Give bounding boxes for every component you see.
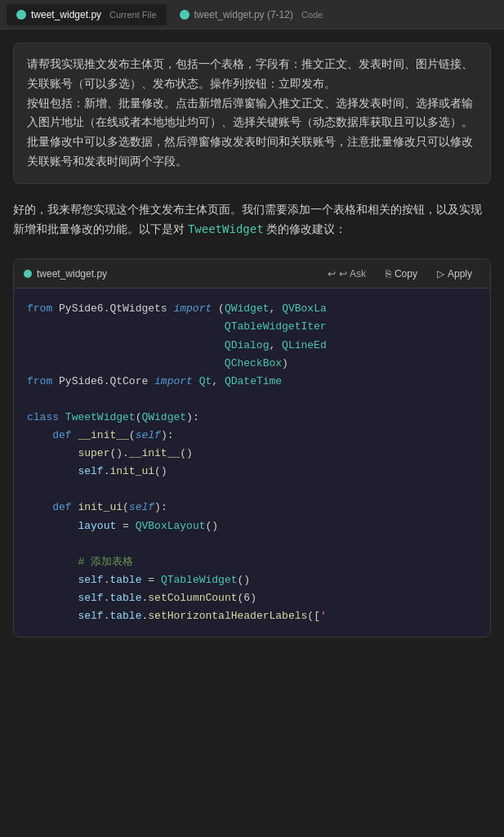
tab-badge-1: Current File <box>109 10 156 20</box>
chat-area: 请帮我实现推文发布主体页，包括一个表格，字段有：推文正文、发表时间、图片链接、关… <box>0 29 504 654</box>
code-filename: tweet_widget.py <box>37 268 107 280</box>
apply-label: Apply <box>448 268 472 280</box>
code-line-1: from PySide6.QtWidgets import (QWidget, … <box>27 300 477 318</box>
code-block-actions: ↩ ↩ Ask ⎘ Copy ▷ Apply <box>319 265 480 283</box>
code-line-15: # 添加表格 <box>27 553 477 571</box>
user-message: 请帮我实现推文发布主体页，包括一个表格，字段有：推文正文、发表时间、图片链接、关… <box>13 43 491 184</box>
assistant-message: 好的，我来帮您实现这个推文发布主体页面。我们需要添加一个表格和相关的按钮，以及实… <box>13 197 491 249</box>
code-line-17: self.table.setColumnCount(6) <box>27 589 477 607</box>
ask-icon: ↩ <box>328 268 336 280</box>
apply-icon: ▷ <box>437 268 444 280</box>
code-block-header: tweet_widget.py ↩ ↩ Ask ⎘ Copy ▷ Apply <box>14 259 490 289</box>
tab-file-icon-1 <box>16 10 26 20</box>
code-line-7: class TweetWidget(QWidget): <box>27 409 477 427</box>
code-line-13: layout = QVBoxLayout() <box>27 517 477 535</box>
code-line-4: QCheckBox) <box>27 355 477 373</box>
code-line-3: QDialog, QLineEd <box>27 337 477 355</box>
code-line-16: self.table = QTableWidget() <box>27 571 477 589</box>
tab-code[interactable]: tweet_widget.py (7-12) Code <box>170 4 333 25</box>
code-line-8: def __init__(self): <box>27 427 477 445</box>
code-line-18: self.table.setHorizontalHeaderLabels([' <box>27 607 477 625</box>
assistant-class-name: TweetWidget <box>188 222 264 235</box>
assistant-suffix-text: 类的修改建议： <box>264 222 347 235</box>
code-line-2: QTableWidgetIter <box>27 318 477 336</box>
copy-label: Copy <box>395 268 417 280</box>
tab-bar: tweet_widget.py Current File tweet_widge… <box>0 0 504 29</box>
code-block-filename: tweet_widget.py <box>24 268 107 280</box>
code-content: from PySide6.QtWidgets import (QWidget, … <box>14 289 490 637</box>
code-file-icon <box>24 270 32 278</box>
code-line-11 <box>27 481 477 499</box>
tab-filename-2: tweet_widget.py (7-12) <box>194 9 293 20</box>
code-line-14 <box>27 535 477 553</box>
tab-badge-2: Code <box>301 10 323 20</box>
apply-button[interactable]: ▷ Apply <box>429 265 480 283</box>
code-line-9: super().__init__() <box>27 445 477 463</box>
code-block: tweet_widget.py ↩ ↩ Ask ⎘ Copy ▷ Apply f… <box>13 258 491 638</box>
ask-button[interactable]: ↩ ↩ Ask <box>319 265 374 283</box>
code-line-5: from PySide6.QtCore import Qt, QDateTime <box>27 373 477 391</box>
tab-filename-1: tweet_widget.py <box>31 9 101 20</box>
user-message-text: 请帮我实现推文发布主体页，包括一个表格，字段有：推文正文、发表时间、图片链接、关… <box>27 57 473 168</box>
code-line-6 <box>27 391 477 409</box>
code-line-10: self.init_ui() <box>27 463 477 481</box>
code-line-12: def init_ui(self): <box>27 499 477 517</box>
tab-file-icon-2 <box>180 10 190 20</box>
ask-label: ↩ Ask <box>339 268 366 280</box>
tab-current-file[interactable]: tweet_widget.py Current File <box>7 4 167 25</box>
copy-button[interactable]: ⎘ Copy <box>377 265 426 283</box>
copy-icon: ⎘ <box>386 268 391 280</box>
